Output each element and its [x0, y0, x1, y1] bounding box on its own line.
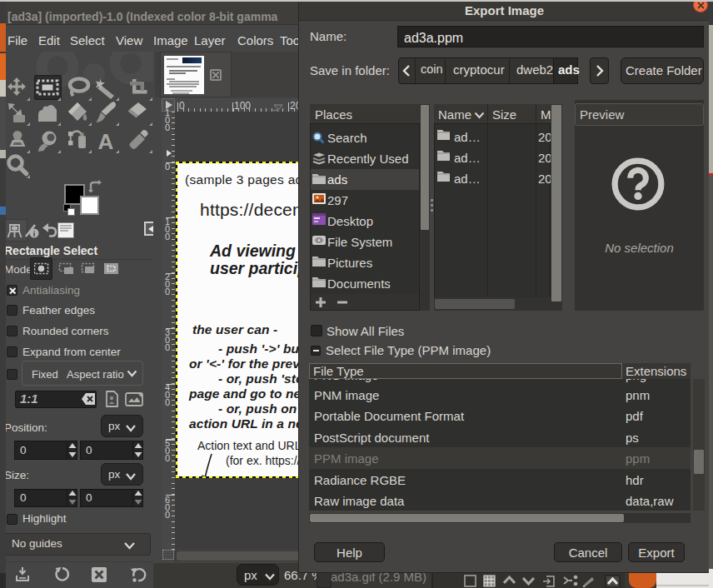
svg-text:A: A: [98, 129, 114, 154]
svg-text:i: i: [33, 230, 36, 238]
